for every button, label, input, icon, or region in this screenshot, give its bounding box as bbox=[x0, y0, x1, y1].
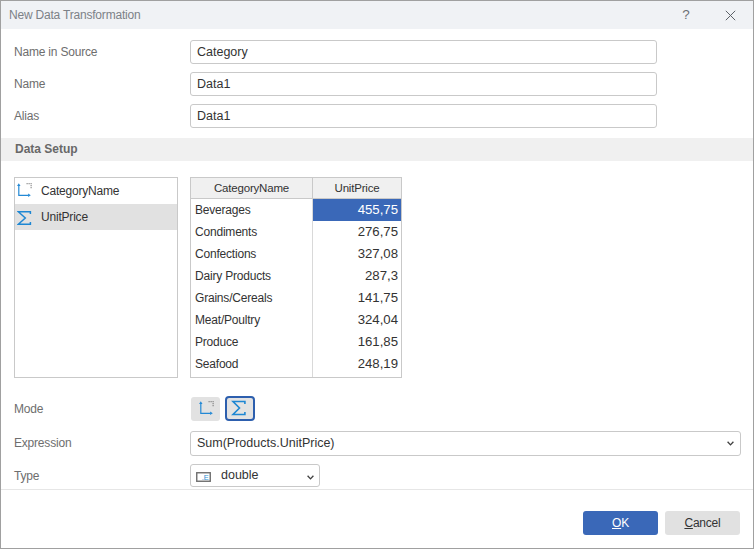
svg-text:.E: .E bbox=[202, 473, 209, 482]
